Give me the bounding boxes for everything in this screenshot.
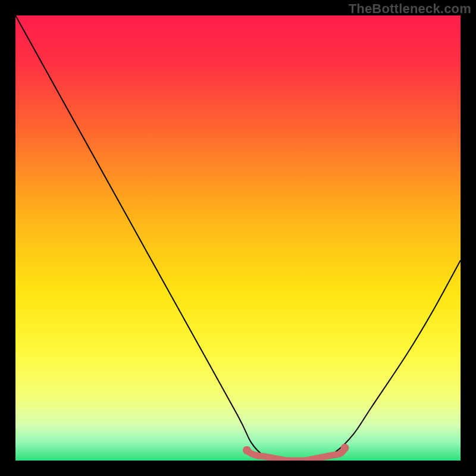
marker-endcap xyxy=(341,444,349,452)
marker-endcap xyxy=(243,446,251,455)
plot-area xyxy=(15,15,461,461)
chart-svg xyxy=(15,15,461,461)
chart-frame: TheBottleneck.com xyxy=(0,0,476,476)
watermark-text: TheBottleneck.com xyxy=(349,1,471,17)
gradient-background xyxy=(15,15,461,461)
